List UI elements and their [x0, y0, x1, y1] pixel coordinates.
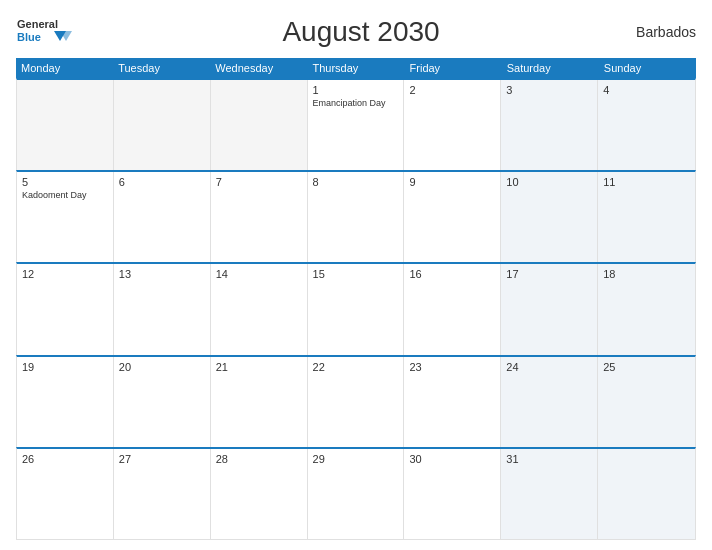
- calendar-body: 1 Emancipation Day 2 3 4 5 Kadooment Day: [16, 78, 696, 540]
- day-7: 7: [211, 172, 308, 262]
- calendar-header: Monday Tuesday Wednesday Thursday Friday…: [16, 58, 696, 78]
- day-31: 31: [501, 449, 598, 539]
- week-2: 5 Kadooment Day 6 7 8 9 10: [16, 170, 696, 262]
- day-5: 5 Kadooment Day: [17, 172, 114, 262]
- week-3: 12 13 14 15 16 17 18: [16, 262, 696, 354]
- day-29: 29: [308, 449, 405, 539]
- day-10: 10: [501, 172, 598, 262]
- header-tuesday: Tuesday: [113, 58, 210, 78]
- logo-svg: General Blue: [16, 14, 86, 50]
- logo-container: General Blue: [16, 14, 86, 50]
- day-18: 18: [598, 264, 695, 354]
- country-label: Barbados: [636, 24, 696, 40]
- day-14: 14: [211, 264, 308, 354]
- cell-empty: [17, 80, 114, 170]
- day-24: 24: [501, 357, 598, 447]
- week-5: 26 27 28 29 30 31: [16, 447, 696, 540]
- page: General Blue August 2030 Barbados Monday…: [0, 0, 712, 550]
- day-20: 20: [114, 357, 211, 447]
- day-15: 15: [308, 264, 405, 354]
- day-13: 13: [114, 264, 211, 354]
- cell-empty: [598, 449, 695, 539]
- week-1: 1 Emancipation Day 2 3 4: [16, 78, 696, 170]
- page-title: August 2030: [282, 16, 439, 48]
- day-21: 21: [211, 357, 308, 447]
- day-28: 28: [211, 449, 308, 539]
- header-thursday: Thursday: [307, 58, 404, 78]
- week-4: 19 20 21 22 23 24 25: [16, 355, 696, 447]
- header-saturday: Saturday: [502, 58, 599, 78]
- day-25: 25: [598, 357, 695, 447]
- day-2: 2: [404, 80, 501, 170]
- day-17: 17: [501, 264, 598, 354]
- day-30: 30: [404, 449, 501, 539]
- day-23: 23: [404, 357, 501, 447]
- header-monday: Monday: [16, 58, 113, 78]
- calendar: Monday Tuesday Wednesday Thursday Friday…: [16, 58, 696, 540]
- day-16: 16: [404, 264, 501, 354]
- day-27: 27: [114, 449, 211, 539]
- day-4: 4: [598, 80, 695, 170]
- cell-empty: [114, 80, 211, 170]
- cell-empty: [211, 80, 308, 170]
- header-friday: Friday: [405, 58, 502, 78]
- day-6: 6: [114, 172, 211, 262]
- day-22: 22: [308, 357, 405, 447]
- day-9: 9: [404, 172, 501, 262]
- day-3: 3: [501, 80, 598, 170]
- day-12: 12: [17, 264, 114, 354]
- day-19: 19: [17, 357, 114, 447]
- day-11: 11: [598, 172, 695, 262]
- day-8: 8: [308, 172, 405, 262]
- header-sunday: Sunday: [599, 58, 696, 78]
- svg-text:General: General: [17, 18, 58, 30]
- svg-text:Blue: Blue: [17, 31, 41, 43]
- header-wednesday: Wednesday: [210, 58, 307, 78]
- header: General Blue August 2030 Barbados: [16, 14, 696, 50]
- day-1: 1 Emancipation Day: [308, 80, 405, 170]
- day-26: 26: [17, 449, 114, 539]
